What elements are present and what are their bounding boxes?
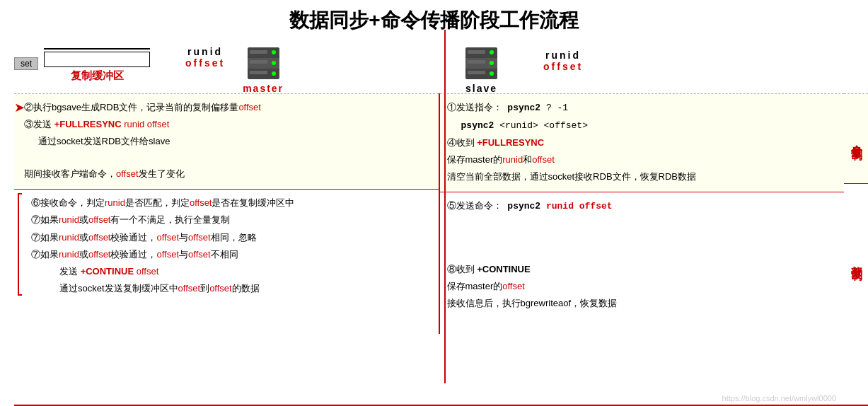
buffer-top-line (44, 48, 150, 50)
svg-point-15 (490, 61, 494, 65)
right-partial-line-1: ⑤发送命令： psync2 runid offset (447, 198, 816, 214)
right-column: ①发送指令： psync2 ? -1 psync2 <runid> <offse… (440, 93, 845, 334)
left-line-1: ②执行bgsave生成RDB文件，记录当前的复制偏移量offset (24, 100, 433, 115)
full-sync-side-label: 全量复制 (844, 93, 868, 184)
svg-rect-19 (468, 71, 485, 74)
right-spacer (447, 216, 816, 260)
left-column: ➤ ②执行bgsave生成RDB文件，记录当前的复制偏移量offset ③发送 … (14, 93, 440, 334)
right-full-line-4: 保存master的runid和offset (447, 152, 816, 168)
main-container: 数据同步+命令传播阶段工作流程 set 复制缓冲区 runid offset (0, 0, 868, 406)
right-full-line-5: 清空当前全部数据，通过socket接收RDB文件，恢复RDB数据 (447, 169, 816, 185)
right-partial-line-4: 接收信息后，执行bgrewriteaof，恢复数据 (447, 296, 816, 311)
svg-rect-18 (468, 60, 485, 64)
svg-point-14 (490, 50, 494, 54)
left-bracket (18, 193, 22, 296)
left-line-3: 通过socket发送RDB文件给slave (38, 134, 433, 149)
slave-server-icon (462, 44, 501, 83)
left-partial-line-1: ⑥接收命令，判定runid是否匹配，判定offset是否在复制缓冲区中 (24, 195, 433, 211)
slave-runid-label: runid (545, 50, 581, 61)
left-partial-line-6: 通过socket发送复制缓冲区中offset到offset的数据 (38, 281, 433, 296)
right-partial-line-3: 保存master的offset (447, 279, 816, 294)
left-header: set 复制缓冲区 runid offset (14, 37, 444, 93)
watermark: https://blog.csdn.net/wmlywl0000 (722, 394, 836, 402)
left-partial-line-3: ⑦如果runid或offset校验通过，offset与offset相同，忽略 (24, 230, 433, 245)
slave-runid-offset: runid offset (543, 50, 583, 72)
master-section: master (243, 44, 284, 94)
right-full-line-1: ①发送指令： psync2 ? -1 (447, 100, 816, 116)
right-full-line-2: psync2 <runid> <offset> (461, 117, 816, 134)
svg-point-16 (490, 71, 494, 76)
svg-rect-7 (250, 50, 267, 54)
left-full-sync-section: ➤ ②执行bgsave生成RDB文件，记录当前的复制偏移量offset ③发送 … (14, 93, 439, 190)
master-server-icon (244, 44, 283, 83)
slave-label: slave (465, 83, 497, 94)
set-label[interactable]: set (14, 57, 38, 70)
right-partial-line-2: ⑧收到 +CONTINUE (447, 262, 816, 277)
svg-rect-8 (250, 60, 267, 64)
svg-point-6 (272, 71, 276, 76)
left-partial-line-2: ⑦如果runid或offset有一个不满足，执行全量复制 (24, 212, 433, 228)
partial-sync-side-label: 部分复制 (844, 184, 868, 334)
svg-point-5 (272, 61, 276, 65)
partial-sync-text: 部分复制 (849, 256, 864, 262)
vertical-divider (444, 30, 446, 383)
left-line-4: 期间接收客户端命令，offset发生了变化 (24, 166, 433, 182)
content-area: ➤ ②执行bgsave生成RDB文件，记录当前的复制偏移量offset ③发送 … (14, 93, 868, 334)
runid-label: runid (187, 46, 223, 57)
slave-section: slave (462, 44, 501, 94)
master-label: master (243, 83, 284, 94)
right-header: slave runid offset (444, 37, 855, 93)
full-sync-text: 全量复制 (849, 136, 864, 141)
svg-point-4 (272, 50, 276, 54)
side-labels: 全量复制 部分复制 (844, 93, 868, 334)
left-partial-line-5: 发送 +CONTINUE offset (38, 264, 433, 279)
main-title: 数据同步+命令传播阶段工作流程 (289, 9, 578, 31)
spacer (24, 151, 433, 165)
master-runid-offset: runid offset (185, 46, 225, 69)
left-partial-sync-section: ⑥接收命令，判定runid是否匹配，判定offset是否在复制缓冲区中 ⑦如果r… (14, 190, 439, 331)
left-line-2: ③发送 +FULLRESYNC runid offset (24, 117, 433, 132)
svg-rect-17 (468, 50, 485, 54)
buffer-box (44, 52, 150, 67)
offset-label: offset (185, 57, 225, 69)
buffer-label: 复制缓冲区 (71, 69, 124, 83)
buffer-section: 复制缓冲区 (44, 48, 150, 83)
set-button-area: set (14, 58, 38, 69)
title-section: 数据同步+命令传播阶段工作流程 (0, 0, 868, 37)
left-partial-line-4: ⑦如果runid或offset校验通过，offset与offset不相同 (24, 247, 433, 262)
slave-offset-label: offset (543, 61, 583, 72)
svg-rect-9 (250, 71, 267, 74)
right-full-sync-section: ①发送指令： psync2 ? -1 psync2 <runid> <offse… (440, 93, 845, 192)
right-full-line-3: ④收到 +FULLRESYNC (447, 135, 816, 151)
right-partial-sync-section: ⑤发送命令： psync2 runid offset ⑧收到 +CONTINUE… (440, 192, 845, 334)
arrow-indicator: ➤ (14, 100, 25, 115)
